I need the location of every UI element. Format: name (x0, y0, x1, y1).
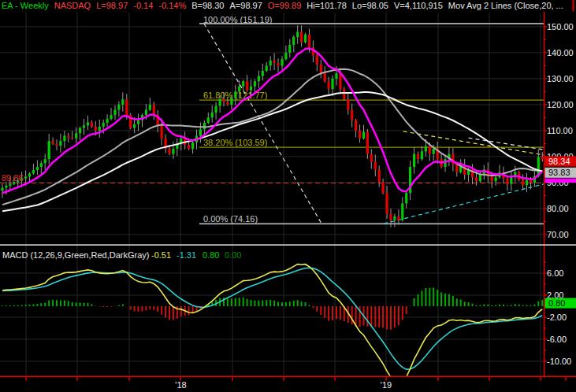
candle-body (347, 99, 349, 109)
last-price: L=98.97 (96, 0, 128, 12)
candle-body (9, 184, 11, 186)
exchange-label: NASDAQ (54, 0, 91, 12)
candle-body (308, 35, 310, 48)
candle-body (242, 81, 244, 87)
price-axis-label: 70.00 (547, 230, 569, 239)
candle-body (63, 136, 65, 142)
chart-canvas: 100.00% (151.19) 61.80% (121.77) 38.20% … (0, 0, 576, 392)
candle-body (526, 180, 528, 186)
price-axis-label: 120.00 (547, 100, 574, 109)
candle-body (304, 35, 307, 43)
study-label[interactable]: Mov Avg 2 Lines (Close,20, ... (448, 0, 563, 12)
candle-body (145, 110, 147, 116)
macd-value-badge-text: 0.80 (548, 298, 565, 308)
candle-body (79, 128, 81, 134)
quote-header: EA - Weekly NASDAQ L=98.97 -0.14 -0.14% … (0, 0, 571, 12)
price-axis-label: 80.00 (547, 204, 569, 213)
main-chart-pane[interactable] (0, 13, 544, 244)
candle-body (199, 129, 202, 135)
bid-value: B=98.30 (191, 0, 224, 12)
candle-body (110, 115, 112, 119)
candle-body (374, 162, 377, 170)
macd-axis-label: -2.00 (547, 312, 567, 322)
macd-signal-value: -1.31 (177, 250, 196, 260)
candle-body (316, 55, 318, 65)
candle-body (351, 110, 353, 120)
candle-body (203, 123, 206, 129)
price-axis-label: 150.00 (547, 22, 574, 31)
macd-value: -0.51 (151, 250, 171, 260)
candle-body (429, 146, 431, 154)
candle-body (355, 120, 357, 131)
candle-body (222, 99, 225, 102)
candle-body (324, 73, 326, 81)
candle-body (125, 99, 128, 115)
ma-value-badge-text: 93.83 (548, 168, 570, 177)
candle-body (328, 81, 330, 89)
candle-body (284, 53, 287, 59)
candle-body (362, 132, 365, 139)
candle-body (417, 154, 419, 160)
candle-body (433, 149, 435, 154)
candle-body (238, 87, 240, 92)
pane-divider[interactable] (0, 244, 576, 246)
candle-body (106, 119, 109, 123)
low-value: Lo=98.05 (352, 0, 388, 12)
candle-body (405, 193, 407, 203)
macd-title[interactable]: MACD (12,26,9,Green,Red,DarkGray) (2, 250, 149, 260)
candle-body (296, 32, 299, 38)
candle-body (32, 170, 35, 173)
macd-axis-label: -10.00 (547, 357, 571, 366)
candle-body (452, 154, 454, 165)
candle-body (292, 37, 295, 45)
candle-body (541, 157, 544, 159)
candle-body (288, 45, 291, 53)
candle-body (24, 176, 27, 179)
candle-body (366, 132, 369, 154)
candle-body (44, 159, 46, 163)
candle-body (530, 180, 532, 183)
candle-body (67, 136, 69, 139)
candle-body (48, 141, 50, 159)
last-price-badge-text: 98.34 (548, 157, 570, 166)
candle-body (425, 146, 427, 152)
candle-body (250, 87, 252, 91)
candle-body (172, 149, 174, 154)
candle-body (269, 61, 272, 66)
macd-title-row: MACD (12,26,9,Green,Red,DarkGray) -0.51 … (2, 250, 241, 260)
candle-body (382, 183, 385, 193)
candle-body (455, 165, 458, 172)
candle-body (226, 102, 229, 105)
candle-body (59, 141, 61, 146)
candle-body (389, 214, 392, 220)
candle-body (359, 131, 361, 139)
candle-body (113, 110, 116, 116)
macd-pane[interactable] (0, 246, 544, 376)
candle-body (161, 125, 163, 139)
candle-body (331, 79, 333, 89)
candle-body (1, 188, 3, 191)
candle-body (413, 154, 415, 168)
symbol-label[interactable]: EA - Weekly (2, 0, 49, 12)
candle-body (397, 216, 399, 220)
candle-body (300, 32, 303, 43)
macd-hist-value: 0.80 (203, 250, 219, 260)
candle-body (5, 186, 7, 188)
candle-body (522, 180, 524, 186)
candle-body (117, 105, 120, 110)
high-value: Hi=101.78 (307, 0, 346, 12)
candle-body (343, 89, 345, 99)
candle-body (168, 149, 170, 154)
candle-body (370, 154, 373, 162)
stock-chart-window: 100.00% (151.19) 61.80% (121.77) 38.20% … (0, 0, 576, 392)
candle-body (87, 122, 89, 125)
candle-body (281, 59, 283, 65)
candle-body (215, 106, 217, 113)
fib-label-0: 0.00% (74.16) (203, 214, 258, 224)
candle-body (258, 76, 260, 82)
candle-body (191, 142, 194, 149)
price-axis-label: 110.00 (547, 126, 573, 135)
candle-body (262, 71, 264, 76)
candle-body (277, 63, 279, 65)
change-percent: -0.14% (158, 0, 186, 12)
